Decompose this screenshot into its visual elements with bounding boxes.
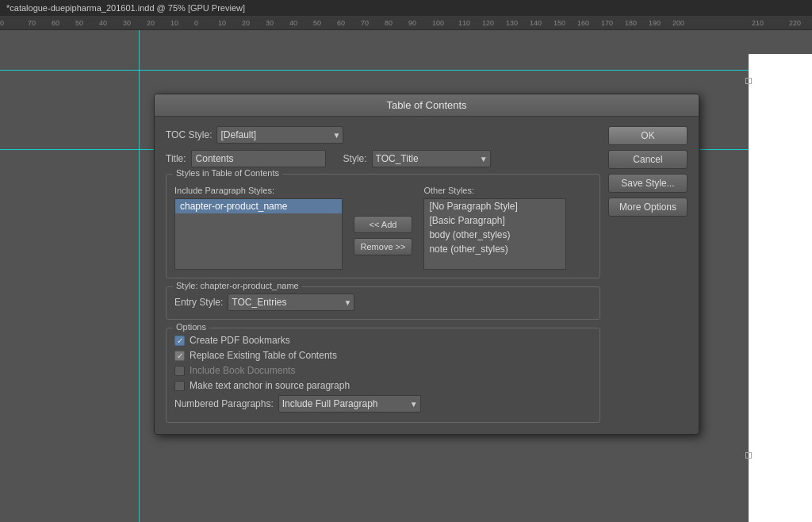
- dialog-title: Table of Contents: [155, 94, 699, 117]
- corner-marker: [745, 78, 752, 84]
- replace-existing-checkbox[interactable]: ✓: [174, 351, 185, 361]
- numbered-paragraphs-row: Numbered Paragraphs: Include Full Paragr…: [174, 395, 592, 413]
- guide-horizontal-1: [0, 70, 812, 71]
- title-bar: *catalogue-duepipharma_201601.indd @ 75%…: [0, 0, 812, 16]
- title-input[interactable]: [191, 150, 326, 167]
- ok-button[interactable]: OK: [608, 126, 688, 145]
- toc-style-label: TOC Style:: [166, 129, 212, 140]
- main-area: Table of Contents TOC Style: [Default] ▼: [0, 30, 812, 522]
- styles-section: Include Paragraph Styles: chapter-or-pro…: [174, 186, 592, 270]
- include-styles-list[interactable]: chapter-or-product_name: [174, 198, 343, 270]
- include-styles-panel: Include Paragraph Styles: chapter-or-pro…: [174, 186, 343, 270]
- save-style-button[interactable]: Save Style...: [608, 174, 688, 193]
- other-styles-panel: Other Styles: [No Paragraph Style] [Basi…: [423, 186, 592, 270]
- make-anchor-checkbox[interactable]: [174, 381, 185, 391]
- include-book-option-row: Include Book Documents: [174, 365, 592, 376]
- ruler-numbers: 0 70 60 50 40 30 20 10 0 10 20 30 40 50 …: [0, 16, 812, 29]
- ruler: 0 70 60 50 40 30 20 10 0 10 20 30 40 50 …: [0, 16, 812, 30]
- replace-existing-label: Replace Existing Table of Contents: [190, 350, 337, 361]
- numbered-paragraphs-label: Numbered Paragraphs:: [174, 398, 274, 409]
- create-pdf-label: Create PDF Bookmarks: [190, 335, 290, 346]
- include-book-label: Include Book Documents: [190, 365, 295, 376]
- entry-style-label: Entry Style:: [174, 297, 223, 308]
- dialog-left-panel: TOC Style: [Default] ▼ Title: Style:: [166, 126, 600, 423]
- replace-existing-option-row: ✓ Replace Existing Table of Contents: [174, 350, 592, 361]
- style-select[interactable]: TOC_Title: [372, 150, 491, 167]
- other-styles-label: Other Styles:: [423, 186, 592, 195]
- create-pdf-checkbox[interactable]: ✓: [174, 336, 185, 346]
- entry-style-select[interactable]: TOC_Entries: [228, 294, 354, 311]
- style-sub-title: Style: chapter-or-product_name: [173, 281, 302, 290]
- title-label: Title:: [166, 153, 186, 164]
- numbered-paragraphs-select[interactable]: Include Full Paragraph: [278, 395, 421, 413]
- options-title: Options: [173, 322, 209, 332]
- create-pdf-option-row: ✓ Create PDF Bookmarks: [174, 335, 592, 346]
- list-item[interactable]: note (other_styles): [424, 242, 565, 256]
- title-row: Title: Style: TOC_Title ▼: [166, 150, 600, 167]
- corner-marker: [745, 452, 752, 459]
- list-item[interactable]: body (other_styles): [424, 228, 565, 242]
- styles-group-box: Styles in Table of Contents Include Para…: [166, 174, 600, 278]
- entry-style-select-wrapper[interactable]: TOC_Entries ▼: [228, 294, 354, 311]
- style-label: Style:: [343, 153, 367, 164]
- numbered-paragraphs-select-wrapper[interactable]: Include Full Paragraph ▼: [278, 395, 421, 413]
- remove-button[interactable]: Remove >>: [354, 238, 413, 255]
- options-section: Options ✓ Create PDF Bookmarks ✓ Replace…: [166, 328, 600, 423]
- entry-style-row: Entry Style: TOC_Entries ▼: [174, 294, 592, 311]
- page-canvas: [749, 54, 812, 522]
- add-remove-buttons: << Add Remove >>: [350, 186, 416, 270]
- list-item[interactable]: [Basic Paragraph]: [424, 213, 565, 228]
- toc-style-row: TOC Style: [Default] ▼: [166, 126, 600, 144]
- list-item[interactable]: chapter-or-product_name: [175, 199, 342, 213]
- toc-style-select[interactable]: [Default]: [216, 126, 343, 144]
- include-styles-label: Include Paragraph Styles:: [174, 186, 343, 195]
- guide-vertical-1: [139, 30, 140, 522]
- toc-style-select-wrapper[interactable]: [Default] ▼: [216, 126, 343, 144]
- dialog-right-panel: OK Cancel Save Style... More Options: [608, 126, 688, 423]
- add-button[interactable]: << Add: [354, 216, 413, 233]
- style-select-wrapper[interactable]: TOC_Title ▼: [372, 150, 491, 167]
- style-sub-section: Style: chapter-or-product_name Entry Sty…: [166, 286, 600, 320]
- make-anchor-label: Make text anchor in source paragraph: [190, 380, 350, 391]
- include-book-checkbox[interactable]: [174, 366, 185, 376]
- cancel-button[interactable]: Cancel: [608, 150, 688, 169]
- styles-group-title: Styles in Table of Contents: [173, 168, 282, 178]
- title-text: *catalogue-duepipharma_201601.indd @ 75%…: [6, 3, 245, 13]
- other-styles-list[interactable]: [No Paragraph Style] [Basic Paragraph] b…: [423, 198, 566, 270]
- make-anchor-option-row: Make text anchor in source paragraph: [174, 380, 592, 391]
- more-options-button[interactable]: More Options: [608, 198, 688, 217]
- list-item[interactable]: [No Paragraph Style]: [424, 199, 565, 213]
- dialog-toc: Table of Contents TOC Style: [Default] ▼: [154, 94, 699, 435]
